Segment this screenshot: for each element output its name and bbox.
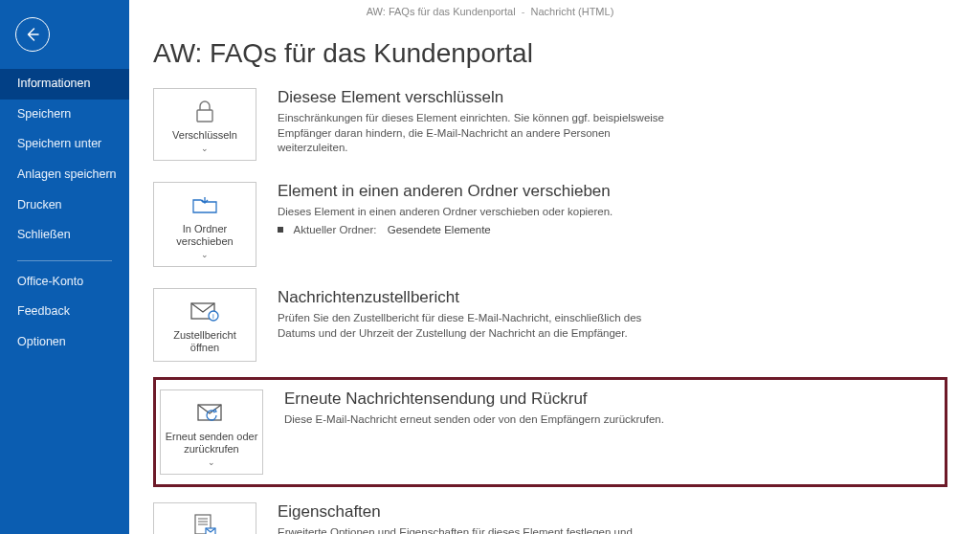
section-properties: Eigenschaften Eigenschaften Erweiterte O… [153, 497, 970, 534]
section-resend: Erneut senden oder zurückrufen ⌄ Erneute… [153, 377, 947, 487]
backstage-sidebar: Informationen Speichern Speichern unter … [0, 0, 129, 534]
svg-text:i: i [212, 312, 214, 321]
bullet-icon [278, 227, 283, 233]
heading-delivery: Nachrichtenzustellbericht [278, 288, 970, 307]
tile-resend[interactable]: Erneut senden oder zurückrufen ⌄ [160, 389, 263, 475]
chevron-down-icon: ⌄ [201, 250, 209, 260]
folder-move-icon [191, 194, 218, 215]
desc-properties: Erweiterte Optionen und Eigenschaften fü… [278, 525, 679, 534]
properties-icon [192, 513, 217, 534]
chevron-down-icon: ⌄ [208, 457, 215, 468]
tile-resend-label: Erneut senden oder zurückrufen [165, 431, 258, 456]
desc-resend: Diese E-Mail-Nachricht erneut senden ode… [284, 412, 686, 428]
tile-encrypt[interactable]: Verschlüsseln ⌄ [153, 88, 256, 161]
desc-encrypt: Einschränkungen für dieses Element einri… [278, 111, 679, 156]
heading-encrypt: Diesese Element verschlüsseln [278, 88, 970, 107]
nav-drucken[interactable]: Drucken [0, 190, 129, 221]
envelope-resend-icon [197, 402, 226, 423]
heading-move: Element in einen anderen Ordner verschie… [278, 182, 970, 201]
window-title-subject: AW: FAQs für das Kundenportal [367, 6, 516, 17]
content-area: AW: FAQs für das Kundenportal Verschlüss… [153, 29, 970, 534]
heading-resend: Erneute Nachrichtensendung und Rückruf [284, 389, 941, 409]
section-encrypt: Verschlüsseln ⌄ Diesese Element verschlü… [153, 82, 970, 167]
current-folder-value: Gesendete Elemente [388, 224, 491, 235]
tile-properties[interactable]: Eigenschaften [153, 502, 256, 534]
nav-informationen[interactable]: Informationen [0, 69, 129, 100]
lock-icon [194, 99, 215, 123]
section-delivery: i Zustellbericht öffnen Nachrichtenzuste… [153, 282, 970, 367]
heading-properties: Eigenschaften [278, 502, 970, 522]
nav-optionen[interactable]: Optionen [0, 327, 129, 358]
nav-office-konto[interactable]: Office-Konto [0, 267, 129, 298]
nav-speichern-unter[interactable]: Speichern unter [0, 129, 129, 160]
current-folder-line: Aktueller Ordner: Gesendete Elemente [278, 224, 970, 235]
nav-speichern[interactable]: Speichern [0, 100, 129, 130]
desc-move: Dieses Element in einen anderen Ordner v… [278, 205, 679, 220]
nav-schliessen[interactable]: Schließen [0, 220, 129, 251]
envelope-info-icon: i [190, 300, 219, 322]
title-separator: - [519, 6, 531, 17]
tile-encrypt-label: Verschlüsseln [172, 129, 237, 142]
window-title-suffix: Nachricht (HTML) [531, 6, 614, 17]
tile-delivery-label: Zustellbericht öffnen [158, 329, 252, 354]
nav-feedback[interactable]: Feedback [0, 297, 129, 327]
back-arrow-icon [24, 26, 41, 43]
tile-move[interactable]: In Ordner verschieben ⌄ [153, 182, 256, 267]
nav-divider [17, 260, 112, 261]
current-folder-label: Aktueller Ordner: [294, 224, 377, 235]
chevron-down-icon: ⌄ [201, 144, 209, 154]
back-button[interactable] [15, 17, 50, 52]
tile-delivery[interactable]: i Zustellbericht öffnen [153, 288, 256, 361]
window-titlebar: AW: FAQs für das Kundenportal - Nachrich… [0, 0, 980, 23]
desc-delivery: Prüfen Sie den Zustellbericht für diese … [278, 311, 679, 341]
tile-move-label: In Ordner verschieben [158, 223, 252, 248]
page-title: AW: FAQs für das Kundenportal [153, 38, 970, 69]
nav-anlagen-speichern[interactable]: Anlagen speichern [0, 160, 129, 190]
svg-rect-0 [197, 110, 212, 122]
section-move: In Ordner verschieben ⌄ Element in einen… [153, 176, 970, 273]
